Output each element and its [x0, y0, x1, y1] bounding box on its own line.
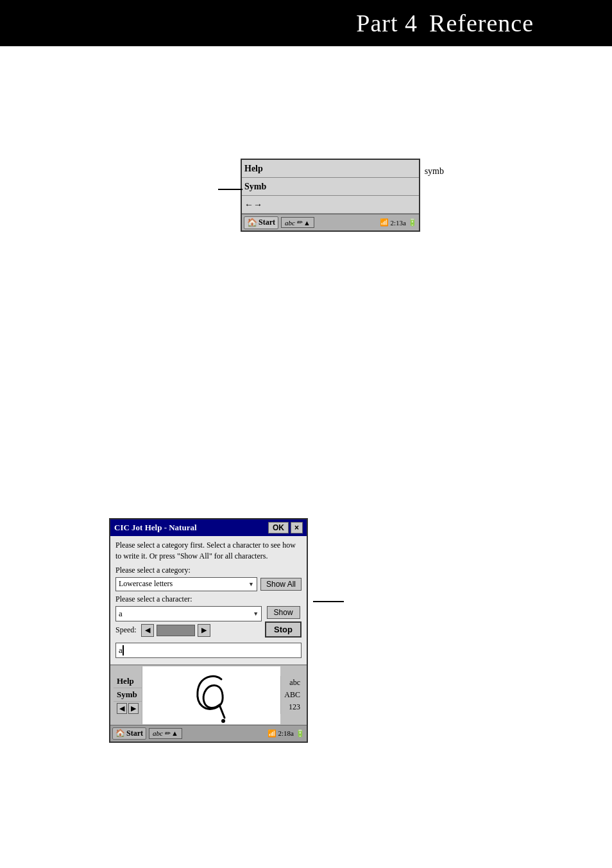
header-bar: Part 4 Reference 111 — [0, 0, 612, 46]
screen-row-arrows: ←→ — [242, 196, 419, 214]
speed-bar[interactable] — [157, 625, 195, 636]
bottom-device-screenshot: CIC Jot Help - Natural OK × Please selec… — [109, 518, 314, 743]
dialog-titlebar: CIC Jot Help - Natural OK × — [110, 519, 307, 536]
pen-icon-top: ✏ — [296, 218, 302, 227]
character-dropdown[interactable]: a ▼ — [115, 606, 262, 621]
num-label[interactable]: 123 — [289, 702, 300, 712]
input-mode-bottom[interactable]: abc ✏ ▲ — [149, 728, 182, 739]
arrow-right-icon[interactable]: ▶ — [128, 703, 139, 714]
show-all-button[interactable]: Show All — [260, 578, 302, 591]
network-icon-bottom: 📶 — [268, 729, 276, 738]
character-label: Please select a character: — [115, 595, 302, 604]
show-button[interactable]: Show — [267, 606, 300, 619]
dialog-description: Please select a category first. Select a… — [115, 540, 302, 562]
taskbar-right-top: 📶 2:13a 🔋 — [380, 218, 417, 227]
header-part-label: Part 4 — [356, 9, 418, 37]
symb-label: symb — [425, 166, 444, 177]
battery-icon-bottom: 🔋 — [296, 729, 305, 738]
taskbar-right-bottom: 📶 2:18a 🔋 — [268, 729, 305, 738]
abc-upper-label[interactable]: ABC — [284, 690, 300, 700]
start-button-top[interactable]: 🏠 Start — [244, 216, 278, 229]
category-dropdown[interactable]: Lowercase letters ▼ — [115, 577, 257, 591]
dialog-close-button[interactable]: × — [291, 522, 303, 534]
jot-canvas — [142, 666, 280, 724]
category-value: Lowercase letters — [119, 579, 173, 589]
arrow-left-icon[interactable]: ◀ — [117, 703, 127, 714]
dialog-ok-button[interactable]: OK — [268, 522, 289, 534]
dialog-titlebar-buttons: OK × — [268, 522, 303, 534]
inner-help-label[interactable]: Help — [114, 675, 142, 688]
abc-label[interactable]: abc — [289, 678, 300, 688]
page-body: symb Help Symb ←→ 🏠 Start ab — [0, 46, 612, 868]
cursor — [123, 645, 124, 655]
annotation-line-top — [218, 189, 242, 190]
speed-increase-button[interactable]: ▶ — [198, 624, 210, 637]
start-button-bottom[interactable]: 🏠 Start — [112, 727, 146, 740]
battery-icon-top: 🔋 — [408, 218, 417, 227]
annotation-line-bottom — [313, 601, 344, 602]
top-taskbar: 🏠 Start abc ✏ ▲ 📶 2:13a 🔋 — [242, 214, 419, 230]
svg-point-0 — [221, 719, 225, 723]
help-menu-item[interactable]: Help — [244, 164, 273, 174]
stop-button[interactable]: Stop — [265, 621, 302, 638]
inner-symb-label[interactable]: Symb — [114, 688, 142, 702]
input-mode-label-bottom: abc — [153, 729, 163, 737]
abc-row: Help Symb ◀ ▶ — [110, 665, 307, 725]
top-device-screenshot: Help Symb ←→ 🏠 Start abc ✏ ▲ — [241, 159, 427, 232]
arrow-up-icon-bottom: ▲ — [171, 729, 178, 737]
start-label-bottom: Start — [126, 729, 143, 738]
character-value: a — [119, 609, 123, 619]
start-label-top: Start — [259, 218, 275, 227]
network-icon-top: 📶 — [380, 218, 389, 227]
input-mode-label-top: abc — [285, 219, 295, 227]
char-dropdown-arrow: ▼ — [253, 611, 259, 617]
speed-decrease-button[interactable]: ◀ — [141, 624, 154, 637]
input-mode-top[interactable]: abc ✏ ▲ — [281, 217, 314, 228]
screen-row-symb: Symb — [242, 178, 419, 196]
header-page-number: 111 — [548, 6, 589, 40]
character-row: a ▼ — [115, 606, 262, 621]
category-dropdown-arrow: ▼ — [248, 581, 254, 587]
input-field[interactable]: a — [115, 643, 302, 658]
cic-jot-dialog: CIC Jot Help - Natural OK × Please selec… — [109, 518, 308, 743]
speed-label: Speed: — [115, 625, 137, 635]
category-row: Lowercase letters ▼ Show All — [115, 577, 302, 591]
time-label-top: 2:13a — [391, 219, 406, 227]
jot-letter-svg — [186, 666, 237, 724]
dialog-body: Please select a category first. Select a… — [110, 536, 307, 664]
time-label-bottom: 2:18a — [278, 729, 294, 737]
speed-row: Speed: ◀ ▶ — [115, 624, 262, 637]
inner-screen: Help Symb ◀ ▶ — [110, 664, 307, 742]
pen-icon-bottom: ✏ — [164, 729, 170, 738]
start-icon-bottom: 🏠 — [115, 729, 125, 738]
top-screen: Help Symb ←→ 🏠 Start abc ✏ ▲ — [241, 159, 420, 232]
arrow-up-icon-top: ▲ — [303, 219, 310, 227]
screen-row-help: Help — [242, 160, 419, 178]
inner-taskbar: 🏠 Start abc ✏ ▲ 📶 2:18a 🔋 — [110, 725, 307, 742]
category-label: Please select a category: — [115, 566, 302, 575]
nav-arrows-label[interactable]: ←→ — [244, 200, 273, 210]
inner-nav-arrows: ◀ ▶ — [114, 702, 142, 715]
dialog-title: CIC Jot Help - Natural — [114, 523, 197, 533]
start-icon-top: 🏠 — [247, 218, 257, 228]
symb-menu-item[interactable]: Symb — [244, 182, 273, 192]
header-reference-label: Reference — [429, 9, 534, 37]
